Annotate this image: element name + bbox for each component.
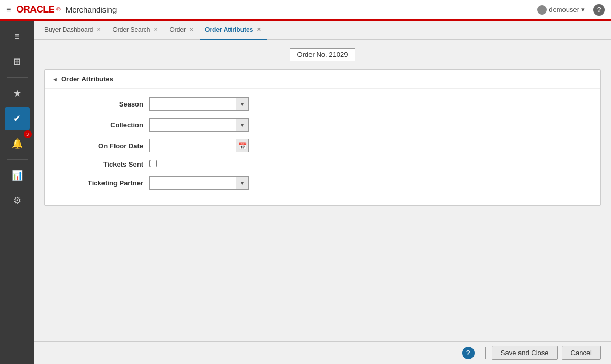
order-number-bar: Order No. 21029	[44, 48, 601, 61]
sidebar-item-settings[interactable]: ⚙	[5, 189, 30, 212]
cancel-button[interactable]: Cancel	[562, 346, 601, 360]
oracle-reg: ®	[56, 7, 60, 13]
collection-label: Collection	[55, 121, 149, 129]
ticketing-partner-row: Ticketing Partner ▾	[55, 176, 590, 190]
tabs-bar: Buyer Dashboard ✕ Order Search ✕ Order ✕…	[34, 21, 611, 40]
tab-order-search-close[interactable]: ✕	[153, 26, 159, 33]
user-avatar-icon	[537, 5, 547, 15]
oracle-logo: ORACLE®	[16, 4, 60, 15]
header-left: ≡ ORACLE® Merchandising	[6, 4, 117, 15]
order-number-label: Order No.	[297, 51, 327, 58]
ticketing-partner-select-wrapper[interactable]: ▾	[149, 176, 249, 190]
tab-buyer-dashboard[interactable]: Buyer Dashboard ✕	[39, 21, 107, 40]
season-select-wrapper[interactable]: ▾	[149, 97, 249, 111]
tab-order[interactable]: Order ✕	[164, 21, 200, 40]
sidebar-item-menu[interactable]: ≡	[5, 25, 30, 48]
tickets-sent-label: Tickets Sent	[55, 160, 149, 168]
season-row: Season ▾	[55, 97, 590, 111]
gear-icon: ⚙	[13, 195, 21, 206]
menu-icon[interactable]: ≡	[6, 5, 11, 15]
footer-divider	[485, 347, 486, 359]
footer-bar: ? Save and Close Cancel	[34, 341, 611, 364]
tab-order-attributes[interactable]: Order Attributes ✕	[200, 21, 267, 40]
collapse-icon[interactable]: ◄	[52, 76, 58, 83]
on-floor-date-row: On Floor Date 📅	[55, 139, 590, 152]
ticketing-partner-input[interactable]	[150, 178, 236, 187]
tab-buyer-dashboard-label: Buyer Dashboard	[44, 26, 93, 33]
sidebar-item-reports[interactable]: 📊	[5, 164, 30, 187]
oracle-text: ORACLE	[16, 4, 54, 15]
user-menu[interactable]: demouser ▾	[537, 5, 585, 15]
tab-order-search[interactable]: Order Search ✕	[107, 21, 164, 40]
order-number-value: 21029	[329, 51, 348, 58]
season-label: Season	[55, 100, 149, 108]
hamburger-icon: ≡	[14, 31, 20, 42]
section-body: Season ▾ Collection	[45, 89, 600, 205]
sidebar-divider-1	[7, 77, 28, 78]
sidebar-item-tasks[interactable]: ✔	[5, 107, 30, 130]
content-area: Buyer Dashboard ✕ Order Search ✕ Order ✕…	[34, 21, 611, 364]
main-layout: ≡ ⊞ ★ ✔ 🔔 3 📊 ⚙ Buyer Dashboard ✕	[0, 21, 611, 364]
user-name: demouser	[549, 6, 579, 14]
header: ≡ ORACLE® Merchandising demouser ▾ ?	[0, 0, 611, 21]
season-dropdown-icon[interactable]: ▾	[236, 98, 248, 110]
tab-buyer-dashboard-close[interactable]: ✕	[96, 26, 102, 33]
collection-row: Collection ▾	[55, 118, 590, 132]
sidebar: ≡ ⊞ ★ ✔ 🔔 3 📊 ⚙	[0, 21, 34, 364]
notification-badge: 3	[24, 130, 32, 138]
star-icon: ★	[13, 88, 21, 99]
collection-select-wrapper[interactable]: ▾	[149, 118, 249, 132]
ticketing-partner-label: Ticketing Partner	[55, 179, 149, 187]
sidebar-item-grid[interactable]: ⊞	[5, 50, 30, 73]
on-floor-date-input[interactable]	[150, 141, 236, 150]
ticketing-partner-control: ▾	[149, 176, 249, 190]
header-right: demouser ▾ ?	[537, 4, 605, 16]
app-title: Merchandising	[66, 5, 117, 14]
sidebar-item-notifications[interactable]: 🔔 3	[5, 132, 30, 155]
sidebar-item-favorites[interactable]: ★	[5, 82, 30, 105]
grid-icon: ⊞	[13, 56, 21, 67]
page-content: Order No. 21029 ◄ Order Attributes Seaso…	[34, 40, 611, 341]
order-number-box: Order No. 21029	[290, 48, 356, 61]
season-input[interactable]	[150, 99, 236, 109]
tab-order-close[interactable]: ✕	[188, 26, 194, 33]
season-control: ▾	[149, 97, 249, 111]
chart-icon: 📊	[11, 170, 23, 181]
header-help-button[interactable]: ?	[593, 4, 605, 16]
tickets-sent-row: Tickets Sent	[55, 160, 590, 169]
footer-help-button[interactable]: ?	[462, 347, 475, 359]
sidebar-divider-2	[7, 159, 28, 160]
order-attributes-panel: ◄ Order Attributes Season ▾	[44, 69, 601, 206]
user-dropdown-icon: ▾	[581, 6, 585, 14]
tab-order-attributes-label: Order Attributes	[205, 26, 253, 33]
collection-control: ▾	[149, 118, 249, 132]
tasks-icon: ✔	[13, 113, 21, 124]
save-and-close-button[interactable]: Save and Close	[492, 346, 558, 360]
tab-order-search-label: Order Search	[112, 26, 150, 33]
tickets-sent-control	[149, 160, 157, 169]
ticketing-partner-dropdown-icon[interactable]: ▾	[236, 177, 248, 189]
collection-input[interactable]	[150, 120, 236, 130]
on-floor-date-label: On Floor Date	[55, 142, 149, 150]
tab-order-attributes-close[interactable]: ✕	[256, 26, 262, 33]
tab-order-label: Order	[169, 26, 186, 33]
calendar-icon[interactable]: 📅	[236, 139, 248, 152]
section-title: Order Attributes	[61, 75, 113, 83]
tickets-sent-checkbox[interactable]	[149, 160, 157, 167]
collection-dropdown-icon[interactable]: ▾	[236, 119, 248, 131]
bell-icon: 🔔	[11, 138, 23, 149]
on-floor-date-wrapper[interactable]: 📅	[149, 139, 249, 152]
section-header: ◄ Order Attributes	[45, 70, 600, 89]
on-floor-date-control: 📅	[149, 139, 249, 152]
